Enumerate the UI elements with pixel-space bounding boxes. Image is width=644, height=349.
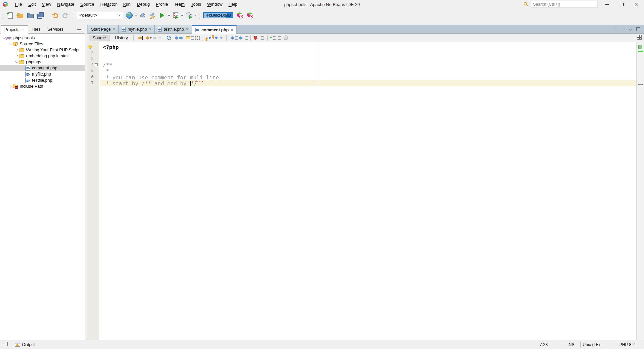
menu-view[interactable]: View — [39, 0, 54, 9]
tree-node-myfile-php[interactable]: php myfile.php — [0, 71, 85, 77]
menu-help[interactable]: Help — [225, 0, 240, 9]
menu-source[interactable]: Source — [77, 0, 97, 9]
profile-dropdown-icon[interactable] — [194, 15, 196, 17]
tree-node-comment-php[interactable]: php comment.php — [0, 65, 85, 71]
collapse-icon[interactable] — [2, 36, 6, 39]
ide-browser-button[interactable] — [125, 11, 134, 20]
menu-navigate[interactable]: Navigate — [54, 0, 77, 9]
clean-build-button[interactable] — [148, 11, 157, 20]
tab-services[interactable]: Services — [44, 25, 67, 33]
tree-node-embedding-php-in-html[interactable]: embedding php in html — [0, 53, 85, 59]
next-bookmark-button[interactable] — [212, 35, 218, 41]
tree-node-source-files[interactable]: Source Files — [0, 41, 85, 47]
fold-collapse-icon[interactable] — [95, 63, 98, 66]
tree-node-phpschools[interactable]: php phpschools — [0, 35, 85, 41]
undo-button[interactable] — [51, 11, 60, 20]
expand-icon[interactable] — [15, 54, 18, 58]
hint-lightbulb-icon[interactable] — [88, 45, 92, 50]
menu-refactor[interactable]: Refactor — [97, 0, 120, 9]
open-project-button[interactable] — [26, 11, 35, 20]
expand-icon[interactable] — [15, 48, 18, 52]
tree-node-testfile-php[interactable]: php testfile.php — [0, 77, 85, 83]
menu-debug[interactable]: Debug — [134, 0, 153, 9]
source-view-button[interactable]: Source — [89, 35, 110, 41]
close-button[interactable] — [629, 0, 644, 9]
scroll-tabs-right-icon[interactable] — [622, 28, 625, 31]
comment-button[interactable]: // — [270, 35, 276, 41]
previous-occurrence-button[interactable] — [173, 35, 179, 41]
uncomment-button[interactable] — [276, 35, 282, 41]
expand-icon[interactable] — [9, 85, 12, 88]
tab-close-icon[interactable]: × — [113, 28, 115, 31]
tab-testfile-php[interactable]: testfile.php × — [155, 25, 192, 33]
code-editor[interactable]: 2 3 4 5 6 7 <?php /** * * you can use co… — [87, 42, 644, 340]
toggle-bookmark-button[interactable] — [218, 35, 224, 41]
last-edit-position-button[interactable] — [136, 35, 143, 41]
start-macro-recording-button[interactable] — [253, 35, 259, 41]
memory-indicator[interactable]: 443.9/524.0MB — [203, 12, 233, 18]
stop-macro-recording-button[interactable] — [259, 35, 265, 41]
search-icon[interactable] — [523, 2, 529, 7]
new-project-button[interactable]: + — [16, 11, 24, 20]
docked-window-icon[interactable] — [3, 343, 6, 346]
tab-myfile-php[interactable]: myfile.php × — [119, 25, 155, 33]
toggle-highlight-button[interactable] — [186, 35, 194, 41]
menu-profile[interactable]: Profile — [153, 0, 171, 9]
menu-file[interactable]: File — [12, 0, 25, 9]
new-file-button[interactable]: + — [6, 11, 14, 20]
back-button[interactable] — [144, 35, 152, 41]
restore-button[interactable] — [614, 0, 629, 9]
run-project-button[interactable] — [158, 11, 167, 20]
shift-right-button[interactable] — [239, 35, 248, 41]
menu-run[interactable]: Run — [120, 0, 134, 9]
config-select[interactable]: <default> — [77, 12, 123, 19]
caret-position-mark[interactable] — [638, 84, 643, 85]
next-occurrence-button[interactable] — [179, 35, 185, 41]
menu-window[interactable]: Window — [204, 0, 225, 9]
forward-button[interactable] — [153, 35, 162, 41]
tab-start-page[interactable]: Start Page × — [88, 25, 119, 33]
split-editor-icon[interactable] — [637, 35, 642, 40]
maximize-editor-icon[interactable] — [636, 27, 640, 31]
redo-button[interactable] — [61, 11, 70, 20]
menu-edit[interactable]: Edit — [25, 0, 39, 9]
menu-team[interactable]: Team — [171, 0, 188, 9]
tab-list-dropdown-icon[interactable] — [629, 27, 632, 30]
menu-tools[interactable]: Tools — [188, 0, 204, 9]
rectangular-selection-button[interactable] — [195, 35, 201, 41]
tab-comment-php[interactable]: comment.php × — [192, 25, 237, 34]
find-selection-button[interactable] — [166, 35, 172, 41]
minimize-button[interactable] — [600, 0, 614, 9]
debug-project-button[interactable] — [171, 11, 180, 20]
browser-dropdown-icon[interactable] — [135, 15, 137, 17]
save-all-button[interactable] — [36, 11, 45, 20]
profile-project-button[interactable] — [184, 11, 193, 20]
tree-node-writing-your-first-php-script[interactable]: Writing Your First PHP Script — [0, 47, 85, 53]
minimize-panel-icon[interactable] — [77, 29, 81, 30]
history-view-button[interactable]: History — [111, 35, 132, 41]
code-inspect-button[interactable] — [283, 35, 289, 41]
error-stripe-mark[interactable] — [638, 51, 643, 52]
tab-close-icon[interactable]: × — [22, 28, 24, 31]
search-input[interactable] — [531, 1, 598, 8]
collapse-icon[interactable] — [15, 60, 18, 63]
output-window-button[interactable]: Output — [13, 342, 37, 348]
run-dropdown-icon[interactable] — [168, 15, 170, 17]
error-stripe[interactable] — [636, 42, 644, 340]
tab-close-icon[interactable]: × — [231, 28, 233, 32]
profiler-stop-button[interactable] — [246, 11, 254, 20]
shift-left-button[interactable] — [229, 35, 238, 41]
collapse-icon[interactable] — [9, 42, 12, 45]
debug-dropdown-icon[interactable] — [181, 15, 183, 17]
tab-projects[interactable]: Projects × — [1, 25, 28, 34]
tree-node-include-path[interactable]: Include Path — [0, 83, 85, 89]
build-project-button[interactable] — [138, 11, 147, 20]
tab-files[interactable]: Files — [28, 25, 44, 33]
editor-gutter[interactable]: 2 3 4 5 6 7 — [87, 42, 99, 340]
tab-close-icon[interactable]: × — [149, 28, 152, 31]
profiler-telemetry-button[interactable] — [235, 11, 244, 20]
scroll-tabs-left-icon[interactable] — [615, 28, 618, 31]
tab-close-icon[interactable]: × — [186, 28, 189, 31]
tree-node-phptags[interactable]: phptags — [0, 59, 85, 65]
previous-bookmark-button[interactable] — [205, 35, 211, 41]
